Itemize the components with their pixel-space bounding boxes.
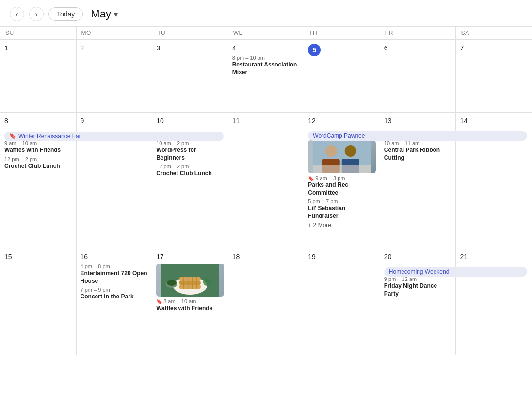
svg-rect-8	[179, 277, 201, 281]
day-num-1: 1	[4, 44, 8, 52]
month-label: May	[91, 8, 111, 20]
week-row-3: Homecoming Weekend 15 16 4 pm – 8 pm Ent…	[0, 248, 532, 355]
day-num-4: 4	[232, 44, 236, 52]
event-friday-night[interactable]: 9 pm – 12 am Friday Night Dance Party	[384, 276, 452, 297]
svg-rect-5	[313, 165, 371, 173]
next-button[interactable]: ›	[29, 7, 44, 21]
day-num-5: 5	[308, 44, 321, 56]
day-num-10: 10	[156, 117, 164, 125]
event-time: 8 am – 10 am	[163, 298, 196, 304]
food-svg	[156, 264, 224, 297]
event-ribbon[interactable]: 10 am – 11 am Central Park Ribbon Cuttin…	[384, 140, 452, 162]
event-title: Central Park Ribbon Cutting	[384, 147, 452, 162]
event-waffles-17[interactable]: 🔖 8 am – 10 am Waffles with Friends	[156, 298, 224, 313]
day-13: 13 10 am – 11 am Central Park Ribbon Cut…	[380, 113, 456, 248]
wordcamp-image	[308, 140, 376, 173]
event-title: Friday Night Dance Party	[384, 282, 452, 297]
day-num-9: 9	[81, 117, 84, 125]
event-title: Waffles with Friends	[4, 147, 72, 154]
day-10: 10 10 am – 2 pm WordPress for Beginners …	[152, 113, 228, 248]
event-time: 9 am – 3 pm	[315, 175, 345, 181]
month-dropdown-icon[interactable]: ▾	[114, 10, 118, 19]
week-row-2: 🔖 Winter Renaissance Fair WordCamp Pawne…	[0, 113, 532, 248]
event-entertainment[interactable]: 4 pm – 8 pm Entertainment 720 Open House	[81, 264, 148, 285]
today-button[interactable]: Today	[48, 7, 83, 21]
day-7: 7	[456, 40, 532, 113]
event-title: Waffles with Friends	[156, 305, 224, 313]
people-svg	[308, 140, 376, 173]
day-4: 4 8 pm – 10 pm Restaurant Association Mi…	[228, 40, 305, 113]
event-sebastian[interactable]: 5 pm – 7 pm Lil' Sebastian Fundraiser	[308, 198, 376, 220]
day-3: 3	[152, 40, 228, 113]
event-time: 7 pm – 9 pm	[81, 287, 148, 293]
event-title: Crochet Club Lunch	[156, 170, 224, 178]
event-time: 9 pm – 12 am	[384, 276, 452, 282]
day-num-17: 17	[156, 253, 164, 261]
event-concert[interactable]: 7 pm – 9 pm Concert in the Park	[81, 287, 148, 301]
header-mo: MO	[77, 27, 153, 40]
event-time: 4 pm – 8 pm	[81, 264, 148, 269]
day-num-6: 6	[384, 44, 388, 52]
header-we: WE	[228, 27, 305, 40]
waffles-image	[156, 264, 224, 297]
event-title: Restaurant Association Mixer	[232, 61, 300, 76]
pin-icon: 🔖	[308, 176, 314, 181]
event-time: 12 pm – 2 pm	[4, 156, 72, 162]
day-num-8: 8	[4, 117, 8, 125]
more-events-link[interactable]: + 2 More	[308, 222, 376, 229]
event-time: 9 am – 10 am	[4, 140, 72, 146]
day-21: 21	[456, 248, 532, 355]
day-14: 14	[456, 113, 532, 248]
event-parks-rec[interactable]: 🔖 9 am – 3 pm Parks and Rec Committee	[308, 175, 376, 197]
header-tu: TU	[152, 27, 228, 40]
svg-point-1	[325, 145, 337, 157]
day-num-18: 18	[232, 253, 240, 261]
day-num-13: 13	[384, 117, 392, 125]
day-11: 11	[228, 113, 305, 248]
event-restaurant[interactable]: 8 pm – 10 pm Restaurant Association Mixe…	[232, 55, 300, 76]
day-num-19: 19	[308, 253, 316, 261]
event-title: Concert in the Park	[81, 293, 148, 301]
day-15: 15	[0, 248, 77, 355]
day-19: 19	[304, 248, 380, 355]
event-title: WordPress for Beginners	[156, 147, 224, 162]
event-title: Lil' Sebastian Fundraiser	[308, 205, 376, 220]
event-time: 8 pm – 10 pm	[232, 55, 300, 61]
header-su: SU	[0, 27, 77, 40]
day-12: 12	[304, 113, 380, 248]
event-time: 12 pm – 2 pm	[156, 164, 224, 169]
pin-icon-17: 🔖	[156, 299, 162, 304]
day-num-3: 3	[156, 44, 160, 52]
event-title: Parks and Rec Committee	[308, 181, 376, 197]
event-time: 10 am – 11 am	[384, 140, 452, 146]
event-waffles-8[interactable]: 9 am – 10 am Waffles with Friends	[4, 140, 72, 154]
day-num-7: 7	[460, 44, 464, 52]
day-18: 18	[228, 248, 305, 355]
header-fr: FR	[380, 27, 456, 40]
day-headers-row: SU MO TU WE TH FR SA	[0, 27, 532, 40]
event-wordpress[interactable]: 10 am – 2 pm WordPress for Beginners	[156, 140, 224, 162]
svg-rect-10	[179, 285, 201, 289]
day-num-15: 15	[4, 253, 12, 261]
day-2: 2	[77, 40, 153, 113]
prev-button[interactable]: ‹	[10, 7, 24, 21]
svg-rect-9	[179, 281, 201, 285]
day-20: 20 9 pm – 12 am Friday Night Dance Party	[380, 248, 456, 355]
calendar-grid: SU MO TU WE TH FR SA 1 2 3 4 8 pm – 10 p…	[0, 26, 532, 355]
day-num-12: 12	[308, 117, 316, 125]
event-crochet-8[interactable]: 12 pm – 2 pm Crochet Club Lunch	[4, 156, 72, 170]
svg-point-17	[203, 278, 211, 286]
day-5: 5	[304, 40, 380, 113]
calendar-header: ‹ › Today May ▾	[0, 0, 532, 26]
chevron-right-icon: ›	[35, 10, 38, 18]
event-crochet-10[interactable]: 12 pm – 2 pm Crochet Club Lunch	[156, 164, 224, 178]
day-num-2: 2	[81, 44, 84, 52]
header-sa: SA	[456, 27, 532, 40]
svg-point-3	[345, 145, 356, 157]
day-1: 1	[0, 40, 77, 113]
day-num-21: 21	[460, 253, 468, 261]
event-time: 5 pm – 7 pm	[308, 198, 376, 204]
event-title: Entertainment 720 Open House	[81, 270, 148, 285]
event-time: 10 am – 2 pm	[156, 140, 224, 146]
event-title: Crochet Club Lunch	[4, 163, 72, 170]
